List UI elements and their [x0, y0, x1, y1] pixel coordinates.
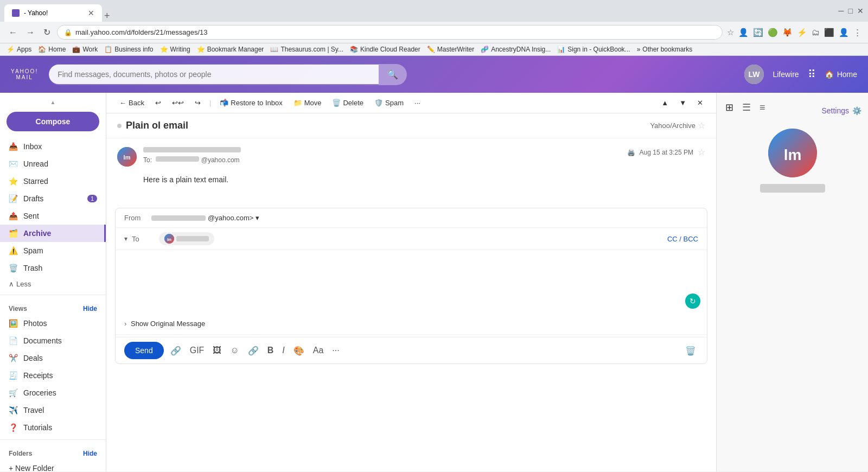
close-window-button[interactable]: ✕	[857, 7, 864, 15]
gif-button[interactable]: GIF	[188, 343, 207, 358]
move-button[interactable]: 📁 Move	[289, 96, 326, 110]
header-right: LW Lifewire ⠿ 🏠 Home	[744, 65, 857, 84]
sidebar-item-drafts[interactable]: 📝 Drafts 1	[0, 190, 106, 207]
from-dropdown-icon[interactable]: ▾	[256, 214, 259, 222]
print-icon[interactable]: 🖨️	[627, 149, 635, 156]
bookmark-business[interactable]: 📋 Business info	[104, 46, 153, 53]
back-nav-button[interactable]: ←	[7, 27, 20, 39]
folders-hide-button[interactable]: Hide	[83, 450, 97, 457]
prev-email-button[interactable]: ▲	[657, 96, 673, 110]
restore-to-inbox-button[interactable]: 📬 Restore to Inbox	[215, 96, 286, 110]
minimize-button[interactable]: ─	[839, 7, 844, 15]
discard-button[interactable]: 🗑️	[683, 343, 698, 358]
less-toggle[interactable]: ∧ Less	[0, 277, 106, 291]
sidebar-item-inbox[interactable]: 📥 Inbox	[0, 138, 106, 155]
bookmark-home[interactable]: 🏠 Home	[38, 46, 66, 53]
send-button[interactable]: Send	[124, 342, 164, 359]
back-button[interactable]: ← Back	[115, 96, 149, 110]
search-input[interactable]	[49, 65, 379, 84]
compose-body[interactable]: ↻	[116, 250, 707, 315]
sidebar-item-photos[interactable]: 🖼️ Photos	[0, 315, 106, 332]
font-size-button[interactable]: Aa	[311, 343, 326, 358]
extension-button-6[interactable]: 🗂	[812, 28, 820, 37]
bookmark-writing[interactable]: ⭐ Writing	[160, 46, 190, 53]
extension-button-5[interactable]: ⚡	[797, 28, 807, 37]
show-original-toggle[interactable]: › Show Original Message	[116, 315, 707, 332]
sidebar-item-groceries[interactable]: 🛒 Groceries	[0, 384, 106, 401]
extension-button-7[interactable]: ⬛	[824, 28, 834, 37]
spam-button[interactable]: 🛡️ Spam	[370, 96, 408, 110]
active-tab[interactable]: - Yahoo! ✕	[4, 4, 102, 22]
tutorials-label: Tutorials	[23, 423, 52, 432]
menu-button[interactable]: ⋮	[853, 28, 861, 37]
extension-button-3[interactable]: 🟢	[768, 28, 778, 37]
tab-close-button[interactable]: ✕	[88, 9, 94, 17]
sidebar-item-receipts[interactable]: 🧾 Receipts	[0, 367, 106, 384]
bookmark-bookmarks[interactable]: ⭐ Bookmark Manager	[197, 46, 264, 53]
views-hide-button[interactable]: Hide	[83, 305, 97, 312]
sidebar-item-deals[interactable]: ✂️ Deals	[0, 349, 106, 367]
panel-tab-grid[interactable]: ⊞	[723, 99, 736, 116]
bookmark-quickbooks[interactable]: 📊 Sign in - QuickBook...	[557, 46, 630, 53]
grid-icon[interactable]: ⠿	[808, 68, 816, 81]
business-icon: 📋	[104, 46, 112, 53]
close-email-button[interactable]: ✕	[693, 96, 707, 110]
forward-button[interactable]: ↪	[190, 96, 205, 110]
trash-icon: 🗑️	[9, 264, 18, 272]
bookmark-work[interactable]: 💼 Work	[72, 46, 98, 53]
maximize-button[interactable]: □	[848, 7, 853, 15]
link-button[interactable]: 🔗	[246, 343, 261, 358]
new-folder-button[interactable]: + New Folder	[0, 460, 106, 471]
panel-tab-columns[interactable]: ≡	[757, 99, 768, 116]
bookmark-button[interactable]: ☆	[727, 28, 734, 37]
next-email-button[interactable]: ▼	[675, 96, 691, 110]
compose-button[interactable]: Compose	[7, 112, 99, 131]
sidebar-item-sent[interactable]: 📤 Sent	[0, 207, 106, 225]
sidebar-item-tutorials[interactable]: ❓ Tutorials	[0, 419, 106, 436]
forward-nav-button[interactable]: →	[24, 27, 37, 39]
more-tools-button[interactable]: ···	[330, 343, 341, 358]
bookmark-ancestry[interactable]: 🧬 AncestryDNA Insig...	[481, 46, 551, 53]
image-button[interactable]: 🖼	[210, 343, 224, 358]
sidebar-item-travel[interactable]: ✈️ Travel	[0, 401, 106, 419]
reload-button[interactable]: ↻	[41, 26, 53, 39]
email-date: 🖨️ Aug 15 at 3:25 PM ☆	[627, 147, 705, 157]
settings-link[interactable]: Settings ⚙️	[821, 106, 861, 115]
panel-tab-list[interactable]: ☰	[740, 99, 753, 116]
italic-button[interactable]: I	[280, 343, 286, 358]
message-star-button[interactable]: ☆	[698, 147, 705, 157]
sidebar-item-starred[interactable]: ⭐ Starred	[0, 173, 106, 190]
sidebar-item-archive[interactable]: 🗂️ Archive	[0, 225, 106, 242]
reply-all-button[interactable]: ↩↩	[168, 96, 188, 110]
bookmark-thesaurus[interactable]: 📖 Thesaurus.com | Sy...	[270, 46, 343, 53]
sidebar-item-spam[interactable]: ⚠️ Spam	[0, 242, 106, 259]
reply-button[interactable]: ↩	[151, 96, 165, 110]
attachment-button[interactable]: 🔗	[168, 343, 183, 358]
extension-button-1[interactable]: 👤	[738, 28, 749, 37]
more-icon: ···	[414, 99, 420, 107]
cc-bcc-button[interactable]: CC / BCC	[667, 235, 698, 243]
email-star-button[interactable]: ☆	[698, 120, 705, 131]
search-button[interactable]: 🔍	[379, 64, 407, 85]
emoji-button[interactable]: ☺	[228, 343, 241, 358]
sidebar-item-documents[interactable]: 📄 Documents	[0, 332, 106, 349]
extension-button-4[interactable]: 🦊	[782, 28, 793, 37]
ai-assist-button[interactable]: ↻	[685, 294, 700, 309]
more-actions-button[interactable]: ···	[410, 96, 425, 110]
extension-button-2[interactable]: 🔄	[753, 28, 763, 37]
to-expand-icon[interactable]: ▾	[124, 235, 127, 243]
delete-button[interactable]: 🗑️ Delete	[328, 96, 368, 110]
move-icon: 📁	[293, 99, 302, 107]
bookmark-other[interactable]: » Other bookmarks	[637, 46, 693, 53]
address-bar[interactable]: 🔒 mail.yahoo.com/d/folders/21/messages/1…	[57, 25, 723, 40]
sidebar-item-unread[interactable]: ✉️ Unread	[0, 155, 106, 173]
user-profile-button[interactable]: 👤	[839, 28, 849, 37]
bookmark-kindle[interactable]: 📚 Kindle Cloud Reader	[350, 46, 420, 53]
bold-button[interactable]: B	[265, 343, 276, 358]
home-nav-button[interactable]: 🏠 Home	[825, 70, 857, 79]
new-tab-button[interactable]: +	[104, 10, 110, 22]
bookmark-apps[interactable]: ⚡ Apps	[7, 46, 31, 53]
sidebar-item-trash[interactable]: 🗑️ Trash	[0, 259, 106, 277]
color-button[interactable]: 🎨	[291, 343, 307, 358]
bookmark-masterwriter[interactable]: ✏️ MasterWriter	[427, 46, 474, 53]
